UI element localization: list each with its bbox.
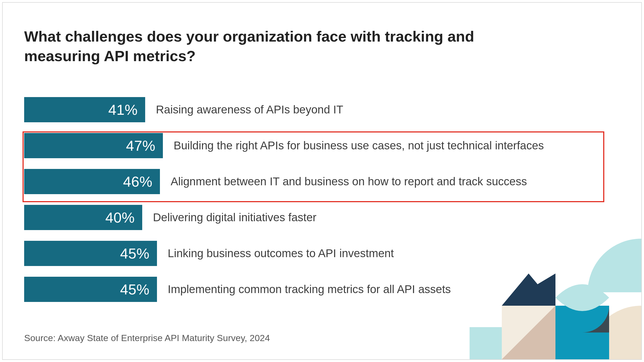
bar-chart: 41%Raising awareness of APIs beyond IT47…	[24, 94, 614, 309]
bar-category-label: Delivering digital initiatives faster	[153, 202, 316, 233]
source-citation: Source: Axway State of Enterprise API Ma…	[24, 333, 270, 343]
chart-card: What challenges does your organization f…	[2, 2, 642, 360]
svg-rect-2	[470, 327, 502, 359]
bar-value-label: 47%	[126, 137, 155, 154]
bar-category-label: Raising awareness of APIs beyond IT	[156, 94, 343, 125]
bar-value-label: 45%	[120, 281, 149, 298]
bar-category-label: Building the right APIs for business use…	[174, 130, 544, 161]
svg-rect-3	[555, 306, 609, 359]
bar-value-label: 46%	[123, 173, 152, 190]
bar: 47%	[24, 133, 163, 158]
bar: 45%	[24, 241, 157, 266]
bar: 46%	[24, 169, 160, 194]
bar-category-label: Implementing common tracking metrics for…	[168, 274, 451, 305]
bar-value-label: 40%	[105, 209, 135, 226]
svg-rect-0	[502, 306, 555, 359]
bar-row: 47%Building the right APIs for business …	[24, 130, 614, 161]
bar-row: 45%Linking business outcomes to API inve…	[24, 238, 614, 269]
chart-title: What challenges does your organization f…	[24, 27, 480, 66]
bar-category-label: Linking business outcomes to API investm…	[168, 238, 394, 269]
svg-marker-1	[502, 306, 555, 359]
bar-row: 45%Implementing common tracking metrics …	[24, 274, 614, 305]
bar-row: 41%Raising awareness of APIs beyond IT	[24, 94, 614, 125]
bar: 40%	[24, 205, 142, 230]
bar-value-label: 45%	[120, 245, 149, 262]
bar-value-label: 41%	[108, 101, 138, 118]
bar: 41%	[24, 97, 145, 122]
bar: 45%	[24, 277, 157, 302]
bar-row: 46%Alignment between IT and business on …	[24, 166, 614, 197]
bar-row: 40%Delivering digital initiatives faster	[24, 202, 614, 233]
bar-category-label: Alignment between IT and business on how…	[171, 166, 527, 197]
